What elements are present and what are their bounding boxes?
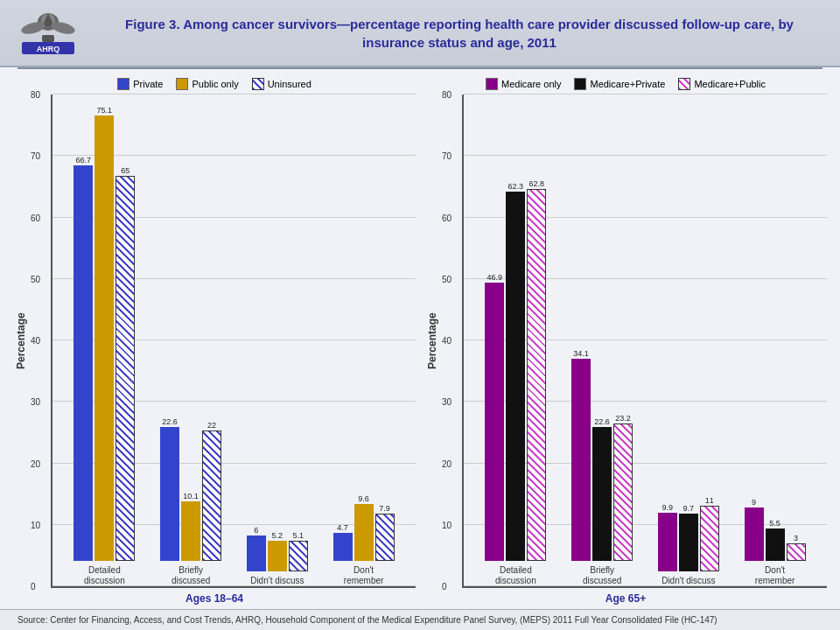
page-title: Figure 3. Among cancer survivors—percent… bbox=[96, 15, 822, 52]
y-tick: 50 bbox=[442, 274, 452, 284]
y-tick: 80 bbox=[442, 90, 452, 100]
bar bbox=[571, 359, 591, 561]
bar bbox=[766, 528, 785, 561]
bar-group: 46.962.362.8Detaileddiscussion bbox=[485, 179, 546, 586]
right-legend: Medicare only Medicare+Private Medicare+… bbox=[424, 74, 827, 94]
bar-value-label: 22.6 bbox=[162, 417, 178, 426]
bar-wrapper: 66.7 bbox=[74, 156, 93, 561]
bar-group-bars: 66.775.165 bbox=[74, 106, 135, 561]
right-y-axis-label: Percentage bbox=[424, 94, 440, 588]
bar-group-label: Detaileddiscussion bbox=[84, 565, 125, 586]
legend-uninsured-label: Uninsured bbox=[268, 79, 312, 89]
right-chart-panel: Medicare only Medicare+Private Medicare+… bbox=[420, 74, 831, 605]
bar-group-bars: 34.122.623.2 bbox=[571, 349, 633, 561]
y-tick: 20 bbox=[442, 458, 452, 468]
bar bbox=[181, 501, 200, 561]
bar-group-label: Didn't discuss bbox=[250, 576, 304, 586]
legend-medicare-public-box bbox=[678, 78, 690, 90]
bar-group-label: Brieflydiscussed bbox=[583, 565, 621, 586]
svg-text:AHRQ: AHRQ bbox=[37, 45, 60, 53]
header: AHRQ Figure 3. Among cancer survivors—pe… bbox=[0, 0, 840, 67]
legend-medicare-private: Medicare+Private bbox=[574, 78, 665, 90]
bar-value-label: 4.7 bbox=[337, 523, 348, 532]
right-x-title: Age 65+ bbox=[424, 592, 827, 605]
bar-groups: 66.775.165Detaileddiscussion22.610.122Br… bbox=[52, 94, 416, 586]
bar-group-label: Don'tremember bbox=[344, 565, 384, 586]
legend-private-box bbox=[117, 78, 130, 90]
y-tick: 40 bbox=[31, 336, 40, 346]
bar bbox=[787, 543, 806, 561]
footer-text: Source: Center for Financing, Access, an… bbox=[18, 615, 718, 625]
y-tick: 0 bbox=[31, 582, 36, 592]
bar-value-label: 46.9 bbox=[487, 273, 503, 282]
bar-value-label: 3 bbox=[794, 534, 798, 542]
bar-wrapper: 22.6 bbox=[592, 417, 612, 561]
legend-public: Public only bbox=[176, 78, 238, 90]
bar bbox=[592, 427, 612, 561]
bar-group-label: Brieflydiscussed bbox=[172, 565, 210, 586]
bar-group-label: Didn't discuss bbox=[662, 576, 715, 586]
legend-medicare-public: Medicare+Public bbox=[678, 78, 766, 90]
bar bbox=[527, 189, 546, 561]
bar-wrapper: 9.7 bbox=[679, 504, 698, 571]
bar-value-label: 22.6 bbox=[594, 417, 610, 426]
bar-wrapper: 11 bbox=[700, 496, 719, 571]
left-chart-panel: Private Public only Uninsured Percentage… bbox=[9, 74, 420, 605]
bar-value-label: 62.8 bbox=[529, 179, 545, 188]
bar-wrapper: 34.1 bbox=[571, 349, 591, 561]
bar bbox=[485, 283, 504, 561]
y-tick: 10 bbox=[442, 520, 452, 529]
y-tick: 60 bbox=[442, 213, 452, 222]
left-y-axis-label: Percentage bbox=[13, 94, 29, 588]
y-tick: 30 bbox=[442, 397, 452, 407]
bar-groups: 46.962.362.8Detaileddiscussion34.122.623… bbox=[464, 94, 827, 586]
bar-value-label: 22 bbox=[207, 421, 216, 430]
y-tick: 80 bbox=[31, 90, 40, 100]
bar-wrapper: 9.9 bbox=[658, 503, 677, 571]
bar-value-label: 5.5 bbox=[769, 519, 780, 528]
legend-public-box bbox=[176, 78, 188, 90]
bar-wrapper: 5.1 bbox=[289, 531, 308, 571]
bar-wrapper: 5.2 bbox=[268, 531, 287, 571]
left-chart-inner: 0102030405060708066.775.165Detaileddiscu… bbox=[29, 94, 416, 588]
y-tick: 10 bbox=[31, 520, 40, 529]
bar-value-label: 5.1 bbox=[293, 531, 304, 540]
bar bbox=[506, 192, 525, 561]
bar-group-bars: 65.25.1 bbox=[247, 526, 308, 571]
bar bbox=[268, 541, 287, 571]
bar-value-label: 66.7 bbox=[76, 156, 92, 164]
bar-wrapper: 75.1 bbox=[94, 106, 114, 561]
bar-group: 95.53Don'tremember bbox=[745, 498, 806, 586]
bar-value-label: 62.3 bbox=[508, 182, 524, 191]
y-tick: 50 bbox=[31, 274, 40, 284]
y-tick: 70 bbox=[442, 151, 452, 161]
bar-wrapper: 9.6 bbox=[354, 494, 374, 561]
legend-medicare-private-label: Medicare+Private bbox=[590, 79, 665, 89]
bar-group: 34.122.623.2Brieflydiscussed bbox=[571, 349, 633, 586]
logo-area: AHRQ bbox=[18, 9, 79, 57]
legend-medicare-private-box bbox=[574, 78, 586, 90]
bar bbox=[745, 508, 764, 561]
bar-value-label: 9.6 bbox=[358, 494, 369, 503]
bar bbox=[658, 513, 677, 571]
bar-group-label: Don'tremember bbox=[755, 565, 795, 586]
bar-wrapper: 65 bbox=[116, 166, 135, 561]
bar-wrapper: 62.8 bbox=[527, 179, 546, 561]
legend-uninsured-box bbox=[252, 78, 264, 90]
bar-group-bars: 9.99.711 bbox=[658, 496, 719, 571]
bar-group-bars: 46.962.362.8 bbox=[485, 179, 546, 561]
right-chart-inner: 0102030405060708046.962.362.8Detaileddis… bbox=[440, 94, 827, 588]
bar-group: 65.25.1Didn't discuss bbox=[247, 526, 308, 586]
left-bars-area: 0102030405060708066.775.165Detaileddiscu… bbox=[51, 94, 416, 588]
legend-medicare: Medicare only bbox=[486, 78, 561, 90]
bar bbox=[613, 424, 633, 561]
y-tick: 0 bbox=[442, 582, 447, 592]
bar-value-label: 23.2 bbox=[615, 414, 631, 423]
bar bbox=[116, 176, 135, 561]
bar bbox=[375, 514, 395, 561]
bar-wrapper: 9 bbox=[745, 498, 764, 561]
bar-wrapper: 22.6 bbox=[160, 417, 179, 561]
legend-uninsured: Uninsured bbox=[252, 78, 312, 90]
bar-wrapper: 46.9 bbox=[485, 273, 504, 561]
bar bbox=[160, 427, 179, 561]
